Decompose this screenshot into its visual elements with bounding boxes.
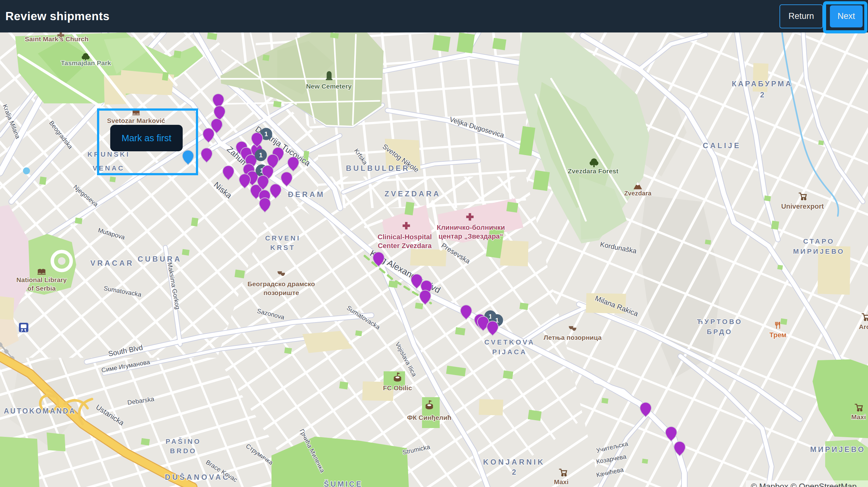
svg-text:Clinical-Hospital: Clinical-Hospital xyxy=(378,233,432,241)
svg-text:Univerexport: Univerexport xyxy=(781,202,824,210)
svg-text:New Cemetery: New Cemetery xyxy=(306,83,352,90)
svg-text:AUTOKOMANDA: AUTOKOMANDA xyxy=(4,407,76,415)
svg-text:МИРИЈЕВО: МИРИЈЕВО xyxy=(793,248,845,255)
svg-text:2: 2 xyxy=(760,90,764,99)
svg-text:Aro: Aro xyxy=(859,323,868,330)
svg-text:Трем: Трем xyxy=(769,331,786,339)
svg-text:ZVEZDARA: ZVEZDARA xyxy=(384,190,441,198)
svg-text:FC Obilic: FC Obilic xyxy=(383,384,412,392)
svg-text:© Mapbox © OpenStreetMap: © Mapbox © OpenStreetMap xyxy=(751,482,857,487)
svg-text:СТАРО: СТАРО xyxy=(803,237,835,245)
svg-text:Tasmajdan Park: Tasmajdan Park xyxy=(61,59,111,66)
svg-text:1: 1 xyxy=(259,152,262,159)
svg-text:Saint Mark’s Church: Saint Mark’s Church xyxy=(25,35,89,42)
svg-text:1: 1 xyxy=(264,131,268,137)
svg-text:CALIJE: CALIJE xyxy=(703,141,741,150)
svg-text:Center Zvezdara: Center Zvezdara xyxy=(378,242,432,250)
svg-text:центар „Звездара“: центар „Звездара“ xyxy=(438,232,503,240)
svg-text:VRACAR: VRACAR xyxy=(90,259,134,267)
svg-text:Maxi: Maxi xyxy=(554,478,569,485)
svg-text:of Serbia: of Serbia xyxy=(27,285,56,292)
svg-text:позориште: позориште xyxy=(263,289,299,296)
svg-text:BRDO: BRDO xyxy=(170,447,197,455)
svg-text:ФК Синђелић: ФК Синђелић xyxy=(407,414,452,421)
svg-text:ЋУРТОВО: ЋУРТОВО xyxy=(697,318,743,325)
svg-text:PIJACA: PIJACA xyxy=(492,348,527,356)
svg-text:Zvezdara Forest: Zvezdara Forest xyxy=(567,167,618,175)
svg-text:Београдско драмско: Београдско драмско xyxy=(248,280,315,287)
svg-text:BULBULDER: BULBULDER xyxy=(346,164,410,172)
svg-text:Клиничко-болнички: Клиничко-болнички xyxy=(437,224,505,231)
svg-text:2: 2 xyxy=(512,468,516,476)
svg-text:КАРАБУРМА: КАРАБУРМА xyxy=(732,80,793,88)
svg-text:KONJARNIK: KONJARNIK xyxy=(483,458,545,466)
svg-text:PAŠINO: PAŠINO xyxy=(166,437,201,446)
svg-text:БРДО: БРДО xyxy=(707,328,733,336)
svg-text:KRST: KRST xyxy=(270,244,296,252)
svg-text:National Library: National Library xyxy=(17,276,67,283)
svg-text:Zvezdara: Zvezdara xyxy=(624,190,652,197)
svg-text:CVETKOVA: CVETKOVA xyxy=(485,338,535,346)
svg-text:CRVENI: CRVENI xyxy=(265,234,301,242)
svg-text:ĐERAM: ĐERAM xyxy=(288,190,325,199)
svg-text:ŠUMICE: ŠUMICE xyxy=(324,480,363,487)
svg-text:Летња позорница: Летња позорница xyxy=(544,334,602,341)
svg-text:МИРИЈЕВО: МИРИЈЕВО xyxy=(810,445,865,454)
svg-text:Maxi: Maxi xyxy=(851,413,866,421)
svg-text:CUBURA: CUBURA xyxy=(137,255,182,263)
